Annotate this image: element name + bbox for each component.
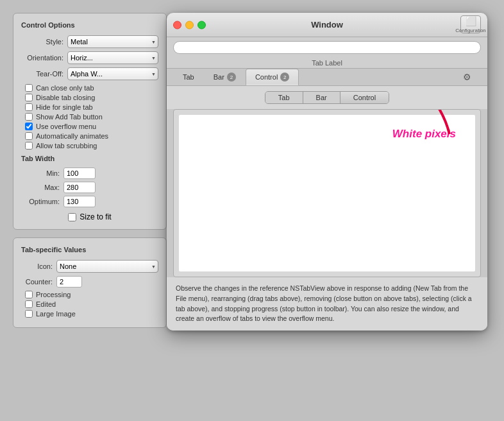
tab-width-title: Tab Width [21,155,158,162]
use-overflow-menu-label: Use overflow menu [36,123,96,130]
edited-checkbox[interactable] [25,300,33,308]
tab-label-text: Tab Label [312,59,342,67]
checkbox-processing: Processing [21,291,158,298]
gear-icon: ⚙ [463,72,471,82]
window-titlebar: Window ⬜ Configuration [167,13,487,37]
tearoff-select-wrapper: Alpha W... [67,67,158,80]
icon-row: Icon: None [21,260,158,273]
tab-width-section: Tab Width Min: Max: Optimum: [21,155,158,207]
arrow-svg [411,109,469,141]
max-row: Max: [21,182,158,193]
window: Window ⬜ Configuration Tab Label Tab Bar… [167,13,487,331]
inner-tab-tab[interactable]: Tab [265,92,303,103]
checkbox-allow-tab-scrubbing: Allow tab scrubbing [21,142,158,150]
toolbar-tabs: Tab Bar 2 Control 2 ⚙ [167,69,487,86]
tearoff-label: Tear-Off: [21,70,67,78]
content-inner: White pixels [179,115,475,271]
show-add-tab-button-label: Show Add Tab button [36,113,103,121]
content-area: White pixels [173,109,481,277]
size-to-fit-checkbox[interactable] [68,213,76,221]
can-close-only-tab-checkbox[interactable] [25,84,33,92]
checkbox-disable-tab-closing: Disable tab closing [21,94,158,101]
toolbar-tab-tab[interactable]: Tab [173,69,204,85]
description-text: Observe the changes in the reference NST… [176,284,478,324]
processing-label: Processing [36,291,71,298]
inner-tab-control-label: Control [353,94,376,101]
style-row: Style: Metal [21,35,158,48]
config-button[interactable]: ⬜ Configuration [460,15,481,33]
min-label: Min: [25,169,63,177]
counter-row: Counter: [21,276,158,288]
tab-specific-section: Tab-specific Values Icon: None Counter: … [13,237,167,328]
checkbox-show-add-tab-button: Show Add Tab button [21,113,158,121]
large-image-checkbox[interactable] [25,310,33,318]
orientation-select-wrapper: Horiz... [67,51,158,64]
description-area: Observe the changes in the reference NST… [167,277,487,331]
large-image-label: Large Image [36,310,76,318]
optimum-input[interactable] [63,196,96,207]
checkbox-can-close-only-tab: Can close only tab [21,84,158,92]
checkboxes-group: Can close only tab Disable tab closing H… [21,84,158,150]
style-select-wrapper: Metal [67,35,158,48]
inner-tabs: Tab Bar Control [265,91,389,104]
disable-tab-closing-label: Disable tab closing [36,94,95,101]
control-badge: 2 [280,73,289,82]
tab-label: Tab [183,73,194,81]
inner-tab-tab-label: Tab [278,94,290,101]
optimum-label: Optimum: [25,198,63,205]
maximize-button[interactable] [197,21,206,29]
checkbox-large-image: Large Image [21,310,158,318]
size-to-fit-row: Size to fit [21,212,158,221]
toolbar-tab-control[interactable]: Control 2 [246,69,299,85]
control-options-title: Control Options [21,21,158,29]
bar-label: Bar [214,73,224,81]
tab-specific-title: Tab-specific Values [21,246,158,253]
checkbox-edited: Edited [21,300,158,308]
allow-tab-scrubbing-label: Allow tab scrubbing [36,142,97,150]
close-button[interactable] [173,21,181,29]
inner-tab-control[interactable]: Control [340,92,389,103]
hide-for-single-tab-label: Hide for single tab [36,103,93,111]
style-select[interactable]: Metal [67,35,158,48]
max-label: Max: [25,184,63,191]
min-row: Min: [21,168,158,179]
style-label: Style: [21,38,67,46]
window-title: Window [311,20,343,30]
config-icon: ⬜ [466,16,476,26]
search-bar-area [167,37,487,58]
inner-tabs-area: Tab Bar Control [167,86,487,109]
config-label: Configuration [455,28,486,33]
inner-tab-bar-label: Bar [316,94,327,101]
hide-for-single-tab-checkbox[interactable] [25,103,33,111]
disable-tab-closing-checkbox[interactable] [25,94,33,101]
processing-checkbox[interactable] [25,291,33,298]
minimize-button[interactable] [185,21,194,29]
toolbar-tab-gear[interactable]: ⚙ [453,69,481,85]
optimum-row: Optimum: [21,196,158,207]
counter-input[interactable] [56,276,82,288]
orientation-select[interactable]: Horiz... [67,51,158,64]
checkbox-hide-for-single-tab: Hide for single tab [21,103,158,111]
traffic-lights [173,21,206,29]
bar-badge: 2 [227,73,236,82]
tab-label-area: Tab Label [167,58,487,69]
icon-select[interactable]: None [56,260,158,273]
min-input[interactable] [63,168,96,179]
show-add-tab-button-checkbox[interactable] [25,113,33,121]
left-panel: Control Options Style: Metal Orientation… [13,13,167,328]
icon-select-wrapper: None [56,260,158,273]
orientation-row: Orientation: Horiz... [21,51,158,64]
automatically-animates-checkbox[interactable] [25,132,33,140]
allow-tab-scrubbing-checkbox[interactable] [25,142,33,150]
edited-label: Edited [36,300,56,308]
search-input[interactable] [173,41,481,54]
tearoff-select[interactable]: Alpha W... [67,67,158,80]
automatically-animates-label: Automatically animates [36,132,108,140]
orientation-label: Orientation: [21,54,67,62]
toolbar-tab-bar[interactable]: Bar 2 [204,69,246,85]
inner-tab-bar[interactable]: Bar [303,92,340,103]
max-input[interactable] [63,182,96,193]
counter-label: Counter: [21,278,56,286]
use-overflow-menu-checkbox[interactable] [25,123,33,130]
control-options-section: Control Options Style: Metal Orientation… [13,13,167,230]
